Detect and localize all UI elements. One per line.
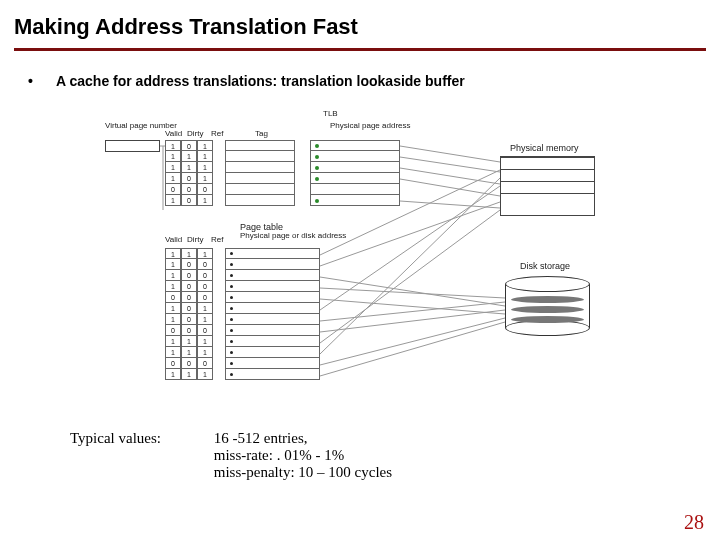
pt-header-ppd: Physical page or disk address <box>240 232 346 240</box>
tlb-ref: 0 <box>197 184 213 195</box>
pt-valid: 0 <box>165 358 181 369</box>
tlb-ref: 1 <box>197 195 213 206</box>
pt-dirty: 0 <box>181 314 197 325</box>
black-dot-icon <box>230 318 233 321</box>
tlb-tag <box>225 195 295 206</box>
pt-dirty: 1 <box>181 336 197 347</box>
pt-ref: 1 <box>197 336 213 347</box>
svg-line-5 <box>400 179 500 196</box>
pt-ref: 0 <box>197 325 213 336</box>
bullet-text: A cache for address translations: transl… <box>56 73 465 89</box>
pt-valid: 1 <box>165 270 181 281</box>
svg-line-6 <box>400 201 500 208</box>
vpn-input-box <box>105 140 160 152</box>
black-dot-icon <box>230 329 233 332</box>
typical-label: Typical values: <box>70 430 210 447</box>
disk-label: Disk storage <box>520 262 570 271</box>
pt-ref: 0 <box>197 270 213 281</box>
pt-dirty: 1 <box>181 369 197 380</box>
tlb-tag <box>225 151 295 162</box>
pt-ref: 0 <box>197 358 213 369</box>
pt-ref: 0 <box>197 281 213 292</box>
pt-dirty: 1 <box>181 347 197 358</box>
typical-line1: 16 -512 entries, <box>214 430 308 446</box>
pt-valid: 1 <box>165 281 181 292</box>
black-dot-icon <box>230 263 233 266</box>
pt-valid: 1 <box>165 336 181 347</box>
black-dot-icon <box>230 351 233 354</box>
header-dirty: Dirty <box>187 130 203 138</box>
pt-ref: 1 <box>197 369 213 380</box>
tlb-valid: 1 <box>165 173 181 184</box>
tlb-ppa <box>310 173 400 184</box>
typical-line3: miss-penalty: 10 – 100 cycles <box>214 464 392 480</box>
tlb-valid: 1 <box>165 140 181 151</box>
svg-line-17 <box>320 318 505 365</box>
pt-ref: 0 <box>197 259 213 270</box>
pt-header-valid: Valid <box>165 236 182 244</box>
pt-ppd <box>225 347 320 358</box>
pt-ppd <box>225 270 320 281</box>
phys-mem-label: Physical memory <box>510 144 579 153</box>
tlb-valid: 1 <box>165 195 181 206</box>
tlb-tag <box>225 140 295 151</box>
pt-valid: 1 <box>165 369 181 380</box>
pt-ref: 1 <box>197 347 213 358</box>
tlb-label: TLB <box>323 110 338 118</box>
tlb-dirty: 0 <box>181 173 197 184</box>
header-ppa: Physical page address <box>330 122 411 130</box>
tlb-ppa <box>310 184 400 195</box>
svg-line-2 <box>400 146 500 162</box>
tlb-dirty: 0 <box>181 140 197 151</box>
svg-line-8 <box>320 202 500 266</box>
tlb-valid: 0 <box>165 184 181 195</box>
pt-ppd <box>225 336 320 347</box>
disk-icon <box>505 276 590 336</box>
pt-valid: 1 <box>165 259 181 270</box>
pt-valid: 0 <box>165 325 181 336</box>
black-dot-icon <box>230 274 233 277</box>
tlb-ppa <box>310 140 400 151</box>
green-dot-icon <box>315 177 319 181</box>
pt-header-dirty: Dirty <box>187 236 203 244</box>
typical-line2: miss-rate: . 01% - 1% <box>214 447 344 463</box>
pt-dirty: 0 <box>181 259 197 270</box>
black-dot-icon <box>230 285 233 288</box>
phys-mem-box <box>500 156 595 216</box>
pt-ppd <box>225 314 320 325</box>
pt-dirty: 0 <box>181 303 197 314</box>
tlb-valid: 1 <box>165 151 181 162</box>
pt-valid: 1 <box>165 347 181 358</box>
tlb-dirty: 0 <box>181 184 197 195</box>
pt-ppd <box>225 325 320 336</box>
pt-ppd <box>225 303 320 314</box>
header-valid: Valid <box>165 130 182 138</box>
tlb-ref: 1 <box>197 140 213 151</box>
tlb-ppa <box>310 151 400 162</box>
black-dot-icon <box>230 296 233 299</box>
pt-valid: 1 <box>165 248 181 259</box>
green-dot-icon <box>315 166 319 170</box>
svg-line-16 <box>320 310 505 332</box>
header-ref: Ref <box>211 130 223 138</box>
pt-dirty: 0 <box>181 325 197 336</box>
bullet-dot: • <box>28 73 56 89</box>
tlb-ref: 1 <box>197 162 213 173</box>
pt-ppd <box>225 281 320 292</box>
tlb-dirty: 1 <box>181 162 197 173</box>
green-dot-icon <box>315 155 319 159</box>
page-number: 28 <box>684 511 704 534</box>
tlb-ppa <box>310 195 400 206</box>
pt-ref: 1 <box>197 314 213 325</box>
typical-values: Typical values: 16 -512 entries, miss-ra… <box>70 430 392 481</box>
pt-ref: 1 <box>197 303 213 314</box>
svg-line-15 <box>320 302 505 321</box>
tlb-dirty: 0 <box>181 195 197 206</box>
tlb-tag <box>225 184 295 195</box>
tlb-ref: 1 <box>197 151 213 162</box>
tlb-ppa <box>310 162 400 173</box>
svg-line-12 <box>320 277 505 306</box>
pt-ppd <box>225 292 320 303</box>
pt-dirty: 0 <box>181 292 197 303</box>
pt-ref: 0 <box>197 292 213 303</box>
